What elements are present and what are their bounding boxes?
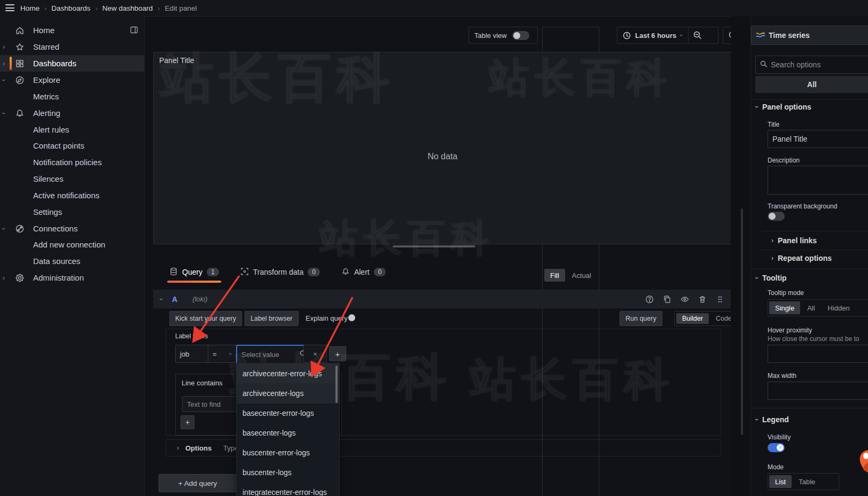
sidebar-item-active-notifications[interactable]: Active notifications bbox=[0, 187, 144, 204]
panel-title-input[interactable]: Panel Title bbox=[768, 130, 868, 148]
max-width-input[interactable] bbox=[768, 382, 868, 400]
chevron-right-icon: › bbox=[771, 254, 773, 262]
legend-visibility-toggle[interactable]: ✓ bbox=[768, 443, 785, 452]
search-options-input[interactable]: Search options bbox=[755, 56, 868, 74]
tab-all-options[interactable]: All bbox=[755, 76, 868, 93]
sidebar-item-data-sources[interactable]: Data sources bbox=[0, 253, 144, 269]
tooltip-all-option[interactable]: All bbox=[801, 301, 820, 314]
help-icon[interactable] bbox=[645, 295, 654, 304]
sidebar-item-silences[interactable]: Silences bbox=[0, 170, 144, 187]
section-legend[interactable]: › Legend bbox=[756, 415, 789, 424]
query-ref-id[interactable]: A bbox=[172, 295, 177, 304]
chevron-right-icon[interactable]: › bbox=[1, 60, 7, 67]
viz-picker-button[interactable]: Time series bbox=[751, 26, 868, 45]
top-nav-bar: Home › Dashboards › New dashboard › Edit… bbox=[0, 0, 868, 17]
dropdown-scrollbar[interactable] bbox=[335, 366, 338, 403]
panel-title[interactable]: Panel Title bbox=[159, 56, 194, 65]
tooltip-mode-label: Tooltip mode bbox=[768, 289, 804, 297]
label-value-select[interactable]: Select value bbox=[236, 345, 312, 364]
sidebar-item-home[interactable]: Home bbox=[0, 22, 144, 38]
add-operation-button[interactable]: + bbox=[181, 415, 194, 429]
tab-query[interactable]: Query 1 bbox=[169, 265, 219, 280]
dropdown-option[interactable]: archivecenter-error-logs bbox=[237, 363, 339, 383]
main-scrollbar[interactable] bbox=[741, 208, 743, 435]
sidebar-item-metrics[interactable]: Metrics bbox=[0, 88, 144, 105]
sidebar-item-alert-rules[interactable]: Alert rules bbox=[0, 121, 144, 138]
chevron-down-icon[interactable]: › bbox=[0, 77, 7, 83]
chevron-down-icon[interactable]: › bbox=[158, 298, 165, 300]
hover-proximity-input[interactable] bbox=[768, 345, 868, 363]
sidebar-item-explore[interactable]: › Explore bbox=[0, 72, 144, 88]
line-contains-label[interactable]: Line contains bbox=[182, 379, 223, 387]
check-icon: ✓ bbox=[778, 445, 783, 450]
hover-proximity-desc: How close the cursor must be to bbox=[768, 335, 859, 343]
chevron-down-icon: › bbox=[753, 418, 761, 421]
legend-mode-switch: List Table bbox=[768, 473, 839, 490]
visualization-panel: Panel Title No data bbox=[153, 52, 732, 244]
close-icon: × bbox=[313, 350, 317, 358]
sidebar-item-dashboards[interactable]: › Dashboards bbox=[0, 55, 144, 72]
tab-transform-data[interactable]: Transform data 0 bbox=[240, 265, 320, 280]
section-panel-links[interactable]: › Panel links bbox=[771, 236, 817, 245]
eye-icon[interactable] bbox=[681, 295, 689, 304]
chevron-right-icon[interactable]: › bbox=[1, 274, 7, 282]
gear-icon bbox=[15, 273, 25, 283]
add-query-button[interactable]: + Add query bbox=[159, 474, 237, 492]
legend-table-option[interactable]: Table bbox=[793, 475, 821, 488]
tooltip-single-option[interactable]: Single bbox=[769, 301, 800, 314]
breadcrumb-home[interactable]: Home bbox=[20, 4, 40, 12]
trash-icon[interactable] bbox=[698, 295, 707, 304]
chevron-right-icon[interactable]: › bbox=[1, 43, 7, 51]
chevron-down-icon[interactable]: › bbox=[0, 110, 7, 117]
operator-select[interactable]: = › bbox=[208, 345, 237, 363]
sidebar-item-settings[interactable]: Settings bbox=[0, 204, 144, 220]
tooltip-hidden-option[interactable]: Hidden bbox=[822, 301, 856, 314]
dropdown-option[interactable]: integratecenter-error-logs bbox=[237, 482, 339, 496]
sidebar-item-alerting[interactable]: › Alerting bbox=[0, 105, 144, 121]
dropdown-option[interactable]: basecenter-logs bbox=[237, 423, 339, 443]
tab-alert[interactable]: Alert 0 bbox=[341, 265, 386, 280]
kick-start-query-button[interactable]: Kick start your query bbox=[169, 311, 242, 326]
builder-mode-option[interactable]: Builder bbox=[676, 313, 709, 324]
label-browser-button[interactable]: Label browser bbox=[245, 311, 299, 326]
chevron-down-icon[interactable]: › bbox=[0, 226, 7, 232]
legend-visibility-label: Visibility bbox=[768, 433, 791, 441]
table-view-control: Table view bbox=[468, 27, 538, 44]
actual-option[interactable]: Actual bbox=[566, 269, 597, 282]
zoom-out-icon[interactable] bbox=[693, 31, 702, 40]
dropdown-option[interactable]: buscenter-error-logs bbox=[237, 443, 339, 462]
time-range-picker[interactable]: Last 6 hours › bbox=[617, 27, 718, 44]
breadcrumb: Home › Dashboards › New dashboard › Edit… bbox=[20, 0, 197, 16]
sidebar-item-notification-policies[interactable]: Notification policies bbox=[0, 154, 144, 170]
sidebar-item-contact-points[interactable]: Contact points bbox=[0, 137, 144, 154]
drag-handle-icon[interactable] bbox=[716, 295, 724, 304]
fill-option[interactable]: Fill bbox=[544, 269, 565, 282]
duplicate-icon[interactable] bbox=[663, 295, 671, 304]
breadcrumb-new-dashboard[interactable]: New dashboard bbox=[103, 4, 153, 12]
menu-hamburger-icon[interactable] bbox=[5, 4, 14, 11]
section-tooltip[interactable]: › Tooltip bbox=[756, 274, 787, 282]
transparent-background-toggle[interactable] bbox=[768, 212, 785, 221]
legend-list-option[interactable]: List bbox=[769, 475, 792, 488]
section-panel-options[interactable]: › Panel options bbox=[756, 103, 811, 111]
table-view-toggle[interactable] bbox=[512, 31, 529, 40]
run-query-button[interactable]: Run query bbox=[620, 311, 662, 326]
sidebar-item-starred[interactable]: › Starred bbox=[0, 38, 144, 55]
transparent-background-label: Transparent background bbox=[768, 203, 837, 210]
sidebar-item-administration[interactable]: › Administration bbox=[0, 269, 144, 286]
dropdown-option[interactable]: basecenter-error-logs bbox=[237, 403, 339, 423]
add-filter-button[interactable]: + bbox=[329, 346, 346, 361]
sidebar-item-add-new-connection[interactable]: Add new connection bbox=[0, 236, 144, 253]
dropdown-option[interactable]: buscenter-logs bbox=[237, 462, 339, 482]
home-icon bbox=[15, 26, 25, 35]
dropdown-option-highlighted[interactable]: archivecenter-logs bbox=[237, 383, 339, 403]
description-textarea[interactable] bbox=[768, 166, 868, 195]
breadcrumb-dashboards[interactable]: Dashboards bbox=[51, 4, 90, 12]
panel-resize-handle[interactable] bbox=[393, 245, 475, 247]
transform-count-badge: 0 bbox=[308, 268, 320, 276]
sidebar-item-connections[interactable]: › Connections bbox=[0, 220, 144, 237]
remove-filter-button[interactable]: × bbox=[303, 345, 327, 363]
query-row-header[interactable]: › A (loki) bbox=[153, 290, 731, 308]
section-repeat-options[interactable]: › Repeat options bbox=[771, 254, 832, 262]
dock-sidebar-icon[interactable] bbox=[130, 26, 138, 34]
